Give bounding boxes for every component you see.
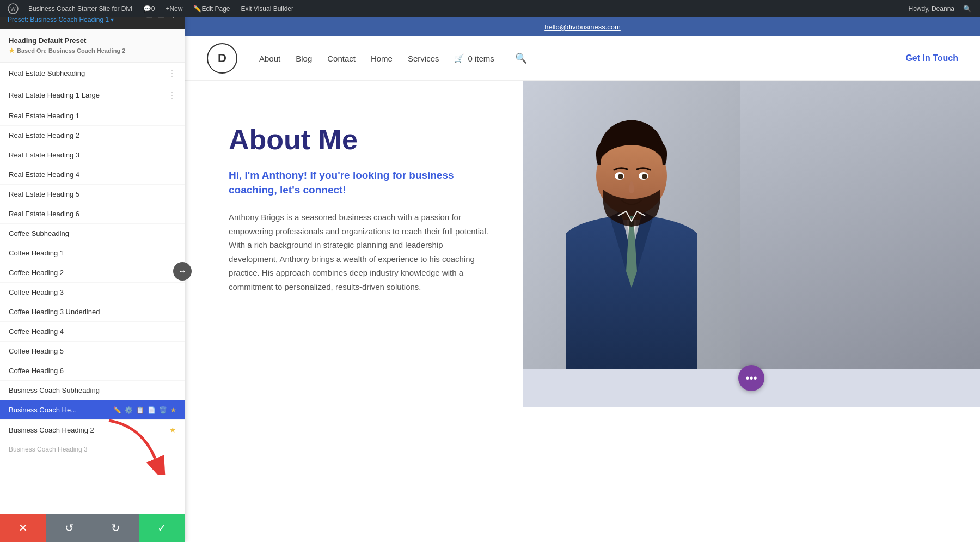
about-title: About Me xyxy=(229,124,490,155)
item-label: Coffee Heading 3 xyxy=(9,288,64,296)
item-label: Business Coach Heading 2 xyxy=(9,426,94,434)
list-item[interactable]: Coffee Heading 2 xyxy=(0,263,185,283)
list-item[interactable]: Business Coach Heading 3 xyxy=(0,440,185,459)
website-area: hello@divibusiness.com D About Blog Cont… xyxy=(185,17,980,542)
list-item[interactable]: Coffee Subheading xyxy=(0,224,185,243)
svg-text:W: W xyxy=(10,6,16,12)
list-item[interactable]: Real Estate Heading 3 xyxy=(0,145,185,165)
item-label: Coffee Subheading xyxy=(9,229,69,237)
list-item[interactable]: Real Estate Heading 5 xyxy=(0,185,185,204)
cart-count: 0 items xyxy=(468,54,494,63)
howdy-label[interactable]: Howdy, Deanna xyxy=(904,5,959,13)
list-item[interactable]: Coffee Heading 3 Underlined xyxy=(0,302,185,322)
list-item[interactable]: Real Estate Heading 1 Large⋮ xyxy=(0,84,185,106)
edit-icon[interactable]: ✏️ xyxy=(113,406,121,414)
list-item[interactable]: Coffee Heading 5 xyxy=(0,342,185,361)
nav-link-about[interactable]: About xyxy=(259,54,280,63)
site-nav: D About Blog Contact Home Services 🛒 0 i… xyxy=(185,36,980,81)
item-label: Coffee Heading 1 xyxy=(9,249,64,257)
site-title-bar[interactable]: Business Coach Starter Site for Divi xyxy=(24,0,137,17)
new-bar[interactable]: + New xyxy=(161,0,187,17)
list-item[interactable]: Coffee Heading 6 xyxy=(0,361,185,381)
star-icon: ★ xyxy=(9,47,15,54)
item-label: Coffee Heading 6 xyxy=(9,367,64,375)
admin-bar-right: Howdy, Deanna 🔍 xyxy=(904,5,976,13)
duplicate-icon[interactable]: 📋 xyxy=(136,406,144,414)
three-dots-icon[interactable]: ⋮ xyxy=(168,90,176,100)
item-label: Coffee Heading 4 xyxy=(9,327,64,336)
divi-panel: Heading Settings Preset: Business Coach … xyxy=(0,0,185,542)
item-label: Real Estate Heading 5 xyxy=(9,190,79,198)
star-icon-2: ★ xyxy=(169,425,176,434)
list-item[interactable]: Real Estate Heading 6 xyxy=(0,204,185,224)
preset-header: Heading Default Preset ★ Based On: Busin… xyxy=(0,29,185,63)
person-photo xyxy=(523,81,980,369)
float-action-button[interactable]: ••• xyxy=(738,365,764,391)
search-bar-icon[interactable]: 🔍 xyxy=(959,5,976,13)
float-dots-icon: ••• xyxy=(745,372,757,385)
settings-icon[interactable]: ⚙️ xyxy=(125,406,133,414)
list-item[interactable]: Real Estate Heading 4 xyxy=(0,165,185,185)
person-svg xyxy=(523,81,740,369)
cart-icon: 🛒 xyxy=(454,53,464,63)
list-item[interactable]: Real Estate Heading 2 xyxy=(0,126,185,145)
about-image-area: ••• xyxy=(523,81,980,407)
list-item[interactable]: Coffee Heading 3 xyxy=(0,283,185,302)
cancel-icon: ✕ xyxy=(19,521,28,534)
nav-links: About Blog Contact Home Services 🛒 0 ite… xyxy=(259,52,905,64)
nav-link-home[interactable]: Home xyxy=(371,54,393,63)
item-label: Real Estate Heading 1 Large xyxy=(9,91,100,99)
search-icon[interactable]: 🔍 xyxy=(515,52,527,64)
svg-point-8 xyxy=(618,174,623,179)
save-icon: ✓ xyxy=(157,521,167,534)
item-label: Business Coach Subheading xyxy=(9,386,100,394)
preset-list: Real Estate Subheading⋮ Real Estate Head… xyxy=(0,63,185,542)
svg-point-9 xyxy=(642,174,647,179)
undo-button[interactable]: ↺ xyxy=(46,514,93,542)
bottom-toolbar: ✕ ↺ ↻ ✓ xyxy=(0,514,185,542)
exit-builder-bar[interactable]: Exit Visual Builder xyxy=(237,0,298,17)
delete-icon[interactable]: 🗑️ xyxy=(159,406,167,414)
toggle-arrow-icon: ↔ xyxy=(178,266,187,276)
nav-link-contact[interactable]: Contact xyxy=(327,54,356,63)
wp-logo[interactable]: W xyxy=(4,0,22,17)
list-item[interactable]: Coffee Heading 4 xyxy=(0,322,185,342)
active-item-label: Business Coach He... xyxy=(9,406,77,414)
list-item[interactable]: Business Coach Subheading xyxy=(0,381,185,400)
redo-button[interactable]: ↻ xyxy=(93,514,139,542)
email-link[interactable]: hello@divibusiness.com xyxy=(544,23,621,31)
three-dots-icon[interactable]: ⋮ xyxy=(168,68,176,78)
item-label: Coffee Heading 2 xyxy=(9,269,64,277)
list-item[interactable]: Business Coach Heading 2★ xyxy=(0,420,185,440)
preset-based-on: ★ Based On: Business Coach Heading 2 xyxy=(9,47,176,54)
list-item[interactable]: Real Estate Heading 1 xyxy=(0,106,185,126)
nav-cta-button[interactable]: Get In Touch xyxy=(905,53,958,63)
site-logo[interactable]: D xyxy=(207,43,237,74)
active-preset-item[interactable]: Business Coach He... ✏️ ⚙️ 📋 📄 🗑️ ★ xyxy=(0,400,185,420)
preset-title: Heading Default Preset xyxy=(9,36,176,45)
comments-bar[interactable]: 💬 0 xyxy=(139,0,160,17)
item-label: Coffee Heading 3 Underlined xyxy=(9,308,100,316)
about-content: About Me Hi, I'm Anthony! If you're look… xyxy=(185,81,523,407)
nav-cart[interactable]: 🛒 0 items xyxy=(454,53,494,63)
copy-icon[interactable]: 📄 xyxy=(148,406,156,414)
email-bar: hello@divibusiness.com xyxy=(185,17,980,36)
admin-bar: W Business Coach Starter Site for Divi 💬… xyxy=(0,0,980,17)
save-button[interactable]: ✓ xyxy=(139,514,185,542)
item-label: Real Estate Heading 6 xyxy=(9,210,79,218)
list-item[interactable]: Real Estate Subheading⋮ xyxy=(0,63,185,84)
item-label: Real Estate Heading 1 xyxy=(9,112,79,120)
item-label: Coffee Heading 5 xyxy=(9,347,64,355)
item-label: Real Estate Subheading xyxy=(9,69,85,77)
item-label: Real Estate Heading 3 xyxy=(9,151,79,159)
nav-link-blog[interactable]: Blog xyxy=(296,54,312,63)
toggle-panel-button[interactable]: ↔ xyxy=(173,262,192,281)
about-body: Anthony Briggs is a seasoned business co… xyxy=(229,210,490,294)
list-item[interactable]: Coffee Heading 1 xyxy=(0,243,185,263)
item-label: Real Estate Heading 2 xyxy=(9,131,79,139)
edit-page-bar[interactable]: ✏️ Edit Page xyxy=(189,0,234,17)
nav-link-services[interactable]: Services xyxy=(408,54,439,63)
cancel-button[interactable]: ✕ xyxy=(0,514,46,542)
undo-icon: ↺ xyxy=(65,521,74,534)
star-active-icon[interactable]: ★ xyxy=(170,406,176,414)
